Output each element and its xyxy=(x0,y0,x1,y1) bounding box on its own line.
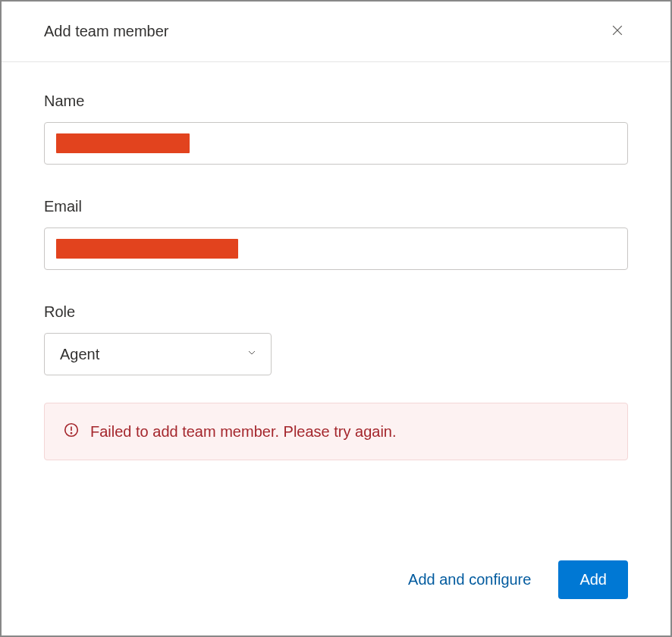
email-field-group: Email xyxy=(44,198,628,270)
role-label: Role xyxy=(44,303,628,321)
close-button[interactable] xyxy=(607,20,628,43)
email-redaction xyxy=(56,239,238,259)
name-label: Name xyxy=(44,93,628,110)
name-input-container xyxy=(44,122,628,165)
email-input-container xyxy=(44,228,628,270)
error-message: Failed to add team member. Please try ag… xyxy=(90,423,397,441)
modal-title: Add team member xyxy=(44,23,169,40)
error-icon xyxy=(63,422,80,441)
error-banner: Failed to add team member. Please try ag… xyxy=(44,403,628,460)
name-redaction xyxy=(56,133,190,153)
modal-body: Name Email Role Agent Failed to add team… xyxy=(2,62,670,560)
role-field-group: Role Agent xyxy=(44,303,628,375)
modal-footer: Add and configure Add xyxy=(2,560,670,635)
modal-header: Add team member xyxy=(2,2,670,62)
role-select-wrapper: Agent xyxy=(44,333,272,375)
close-icon xyxy=(610,23,625,40)
add-and-configure-button[interactable]: Add and configure xyxy=(408,571,531,588)
add-button[interactable]: Add xyxy=(558,560,628,599)
name-field-group: Name xyxy=(44,93,628,165)
svg-point-4 xyxy=(71,433,71,434)
role-select[interactable]: Agent xyxy=(44,333,272,375)
email-label: Email xyxy=(44,198,628,215)
